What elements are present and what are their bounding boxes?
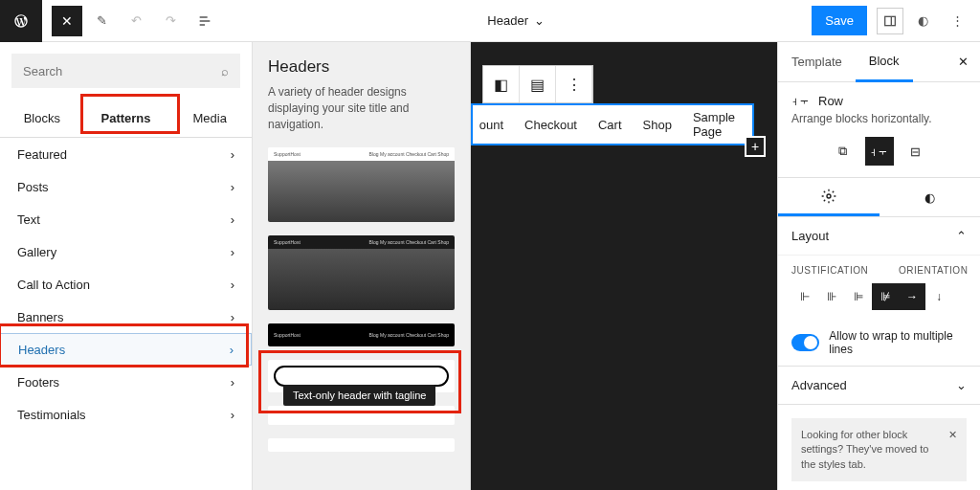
cat-posts[interactable]: Posts› [0,170,252,203]
cat-headers[interactable]: Headers› [0,333,252,366]
tab-template[interactable]: Template [778,42,856,82]
close-button[interactable]: ✕ [52,6,82,36]
nav-item[interactable]: Cart [598,118,622,132]
wp-logo[interactable] [0,0,42,42]
transform-row[interactable]: ⫞⫟ [865,137,894,166]
chevron-down-icon: ⌄ [534,13,545,28]
wrap-label: Allow to wrap to multiple lines [829,329,967,356]
wrap-toggle[interactable] [791,334,819,351]
nav-item[interactable]: Checkout [524,118,577,132]
dismiss-notice[interactable]: ✕ [948,428,957,472]
advanced-heading[interactable]: Advanced [791,378,847,392]
transform-stack[interactable]: ⊟ [902,137,930,166]
transform-group[interactable]: ⧉ [829,137,858,166]
nav-item[interactable]: ount [479,118,503,132]
undo-icon[interactable]: ↶ [121,6,151,36]
toolbar-btn[interactable]: ▤ [520,66,556,102]
justify-center[interactable]: ⊪ [818,283,845,310]
cat-banners[interactable]: Banners› [0,301,252,333]
cat-footers[interactable]: Footers› [0,366,252,398]
settings-notice: Looking for other block settings? They'v… [791,418,967,481]
chevron-up-icon: ⌃ [956,229,967,243]
settings-tab[interactable] [778,178,880,216]
justify-space[interactable]: ⊯ [872,283,899,310]
justify-right[interactable]: ⊫ [845,283,872,310]
header-block[interactable]: ount Checkout Cart Shop Sample Page [471,103,754,145]
block-toolbar: ◧ ▤ ⋮ [482,65,593,103]
pattern-tooltip: Text-only header with tagline [283,385,435,406]
block-desc: Arrange blocks horizontally. [791,112,967,125]
orient-horizontal[interactable]: → [899,283,925,310]
pattern-thumb[interactable]: SupportHostBlog My account Checkout Cart… [268,235,455,310]
orientation-label: ORIENTATION [899,265,968,276]
toolbar-more[interactable]: ⋮ [556,66,592,102]
tab-patterns[interactable]: Patterns [84,100,168,137]
pattern-thumb[interactable]: SupportHostBlog My account Checkout Cart… [268,323,455,346]
styles-icon[interactable]: ◐ [907,6,938,36]
cat-cta[interactable]: Call to Action› [0,268,252,301]
list-view-icon[interactable] [189,6,220,36]
add-block-button[interactable]: + [745,136,766,157]
cat-testimonials[interactable]: Testimonials› [0,398,252,431]
patterns-title: Headers [268,57,455,77]
document-title[interactable]: Header [487,13,528,28]
block-type: Row [818,94,843,108]
pattern-thumb[interactable] [268,438,455,452]
patterns-desc: A variety of header designs displaying y… [268,84,455,132]
cat-gallery[interactable]: Gallery› [0,235,252,268]
tab-block[interactable]: Block [856,42,913,82]
svg-rect-0 [885,16,896,25]
pattern-thumb[interactable]: SupportHostBlog My account Checkout Cart… [268,147,455,222]
search-icon: ⌕ [221,64,229,78]
styles-tab[interactable]: ◐ [880,178,981,216]
save-button[interactable]: Save [812,6,867,35]
redo-icon[interactable]: ↷ [155,6,186,36]
nav-item[interactable]: Sample Page [693,110,735,139]
pattern-thumb[interactable] [268,406,455,425]
cat-featured[interactable]: Featured› [0,138,252,170]
row-icon: ⫞⫟ [791,94,811,108]
search-input[interactable]: Search ⌕ [11,54,240,88]
cat-text[interactable]: Text› [0,203,252,235]
justification-label: JUSTIFICATION [791,265,899,276]
svg-point-1 [827,194,831,198]
more-icon[interactable]: ⋮ [942,6,972,36]
justify-left[interactable]: ⊩ [791,283,818,310]
tab-blocks[interactable]: Blocks [0,100,84,137]
edit-icon[interactable]: ✎ [86,6,117,36]
layout-heading[interactable]: Layout [791,229,829,243]
nav-item[interactable]: Shop [643,118,672,132]
toolbar-btn[interactable]: ◧ [483,66,520,102]
close-sidebar[interactable]: ✕ [947,55,980,69]
sidebar-toggle-icon[interactable] [877,8,903,34]
tab-media[interactable]: Media [167,100,252,137]
orient-vertical[interactable]: ↓ [925,283,952,310]
chevron-down-icon: ⌄ [956,378,967,392]
